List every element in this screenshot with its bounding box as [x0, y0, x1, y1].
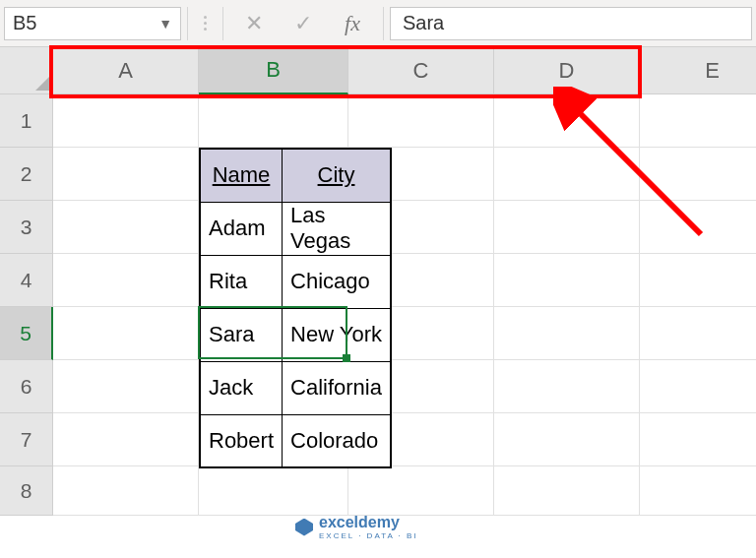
column-header-C[interactable]: C: [348, 47, 494, 94]
cell[interactable]: [640, 148, 756, 201]
row-header-3[interactable]: 3: [0, 201, 53, 254]
divider: [383, 7, 384, 40]
cell[interactable]: [494, 307, 640, 360]
column-header-A[interactable]: A: [53, 47, 199, 94]
column-header-B[interactable]: B: [199, 47, 348, 94]
row-header-2[interactable]: 2: [0, 148, 53, 201]
cell[interactable]: [53, 94, 199, 148]
table-cell[interactable]: New York: [283, 308, 391, 361]
watermark-text: exceldemy EXCEL · DATA · BI: [319, 514, 418, 540]
row-header-7[interactable]: 7: [0, 413, 53, 466]
divider: [222, 7, 223, 40]
cell[interactable]: [494, 201, 640, 254]
check-icon: ✓: [294, 11, 312, 36]
table-row: RobertColorado: [200, 414, 391, 467]
table-row: RitaChicago: [200, 255, 391, 308]
watermark: exceldemy EXCEL · DATA · BI: [295, 514, 418, 540]
cell[interactable]: [199, 94, 348, 148]
select-all-button[interactable]: [0, 47, 53, 94]
divider: [187, 7, 188, 40]
cell[interactable]: [53, 413, 199, 466]
cell[interactable]: [53, 201, 199, 254]
table-header[interactable]: Name: [200, 149, 283, 202]
row-header-6[interactable]: 6: [0, 360, 53, 413]
table-cell[interactable]: Colorado: [283, 414, 391, 467]
cancel-button[interactable]: ✕: [229, 4, 279, 43]
insert-function-button[interactable]: fx: [328, 4, 377, 43]
row-header-1[interactable]: 1: [0, 94, 53, 148]
cell[interactable]: [640, 307, 756, 360]
confirm-button[interactable]: ✓: [279, 4, 328, 43]
row-header-5[interactable]: 5: [0, 307, 53, 360]
cell[interactable]: [494, 94, 640, 148]
column-headers: ABCDE: [53, 47, 756, 94]
row-headers: 12345678: [0, 94, 53, 516]
cell[interactable]: [494, 360, 640, 413]
table-header[interactable]: City: [283, 149, 391, 202]
cell[interactable]: [53, 254, 199, 307]
brand-tagline: EXCEL · DATA · BI: [319, 531, 418, 540]
column-header-D[interactable]: D: [494, 47, 640, 94]
cell[interactable]: [494, 254, 640, 307]
cell[interactable]: [348, 466, 494, 516]
table-cell[interactable]: Las Vegas: [283, 202, 391, 255]
fx-icon: fx: [345, 11, 360, 36]
table-row: AdamLas Vegas: [200, 202, 391, 255]
table-row: JackCalifornia: [200, 361, 391, 414]
table-cell[interactable]: Chicago: [283, 255, 391, 308]
name-box[interactable]: B5 ▼: [4, 7, 181, 40]
cell[interactable]: [348, 94, 494, 148]
column-header-E[interactable]: E: [640, 47, 756, 94]
cell[interactable]: [640, 413, 756, 466]
cell[interactable]: [640, 201, 756, 254]
table-row: SaraNew York: [200, 308, 391, 361]
table-cell[interactable]: Jack: [200, 361, 283, 414]
row-header-8[interactable]: 8: [0, 466, 53, 516]
cell[interactable]: [53, 148, 199, 201]
table-cell[interactable]: California: [283, 361, 391, 414]
cell[interactable]: [53, 307, 199, 360]
logo-icon: [295, 519, 313, 536]
data-table: NameCityAdamLas VegasRitaChicagoSaraNew …: [199, 148, 392, 468]
cell[interactable]: [199, 466, 348, 516]
cell[interactable]: [640, 254, 756, 307]
cell[interactable]: [640, 466, 756, 516]
close-icon: ✕: [245, 11, 263, 36]
row-header-4[interactable]: 4: [0, 254, 53, 307]
name-box-value: B5: [13, 12, 36, 34]
brand-name: exceldemy: [319, 514, 400, 530]
cell[interactable]: [53, 466, 199, 516]
table-cell[interactable]: Robert: [200, 414, 283, 467]
drag-dots-icon[interactable]: [204, 16, 207, 31]
table-cell[interactable]: Sara: [200, 308, 283, 361]
cell[interactable]: [53, 360, 199, 413]
formula-bar: B5 ▼ ✕ ✓ fx Sara: [0, 0, 756, 47]
dropdown-icon[interactable]: ▼: [158, 16, 172, 31]
cell[interactable]: [640, 94, 756, 148]
formula-input[interactable]: Sara: [390, 7, 752, 40]
table-cell[interactable]: Adam: [200, 202, 283, 255]
cell[interactable]: [494, 413, 640, 466]
cell[interactable]: [640, 360, 756, 413]
formula-value: Sara: [403, 12, 444, 34]
table-cell[interactable]: Rita: [200, 255, 283, 308]
cell[interactable]: [494, 148, 640, 201]
cell[interactable]: [494, 466, 640, 516]
